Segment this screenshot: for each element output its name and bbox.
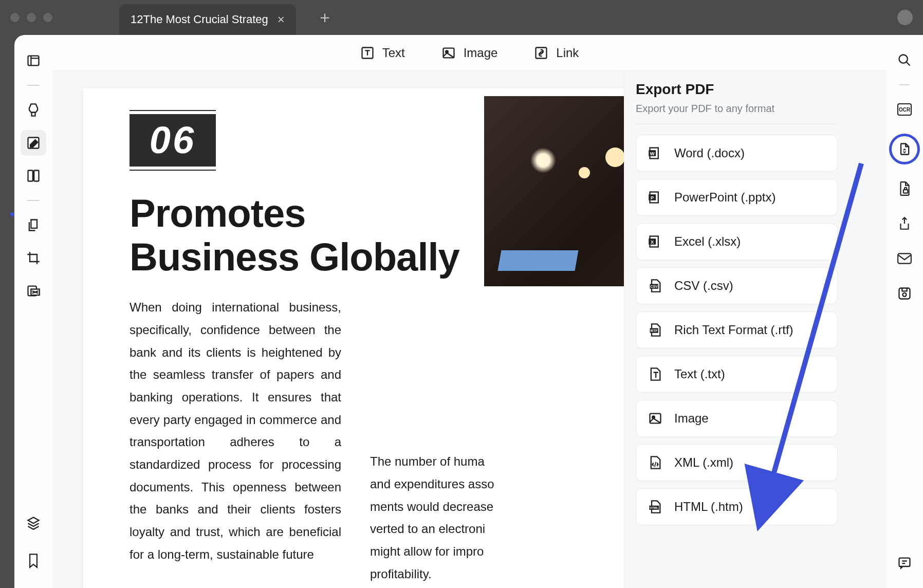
export-option-label: Text (.txt) [674, 367, 725, 381]
export-option-label: Word (.docx) [674, 146, 745, 160]
maximize-window-button[interactable] [43, 13, 52, 22]
image-icon [441, 45, 456, 61]
titlebar: 12The Most Crucial Strateg × ＋ [0, 0, 923, 35]
xls-icon: X [648, 234, 663, 249]
link-icon [533, 45, 549, 61]
app-window: Text Image Link 06 Promotes Business Glo… [14, 35, 923, 588]
active-indicator [10, 212, 14, 216]
layers-button[interactable] [21, 510, 46, 536]
toolbar-label: Link [556, 46, 579, 60]
search-button[interactable] [894, 49, 915, 71]
svg-text:HTML: HTML [650, 506, 659, 509]
edit-tool[interactable] [21, 130, 46, 156]
svg-rect-34 [899, 558, 910, 566]
close-tab-button[interactable]: × [278, 12, 285, 27]
thumbnails-tool[interactable] [21, 48, 46, 74]
redact-tool[interactable] [21, 278, 46, 304]
insert-image-button[interactable]: Image [441, 45, 498, 61]
highlight-tool[interactable] [21, 97, 46, 123]
word-icon: W [648, 145, 663, 161]
body-column-2: The number of huma and expenditures asso… [370, 296, 582, 588]
ppt-icon: P [648, 190, 663, 205]
comment-button[interactable] [894, 552, 915, 574]
bookmark-button[interactable] [21, 548, 46, 574]
main-area: Text Image Link 06 Promotes Business Glo… [52, 35, 886, 588]
svg-text:X: X [651, 240, 654, 245]
toolbar-label: Image [464, 46, 498, 60]
export-option-rtf[interactable]: RTFRich Text Format (.rtf) [636, 311, 838, 348]
export-option-csv[interactable]: CSVCSV (.csv) [636, 267, 838, 304]
export-option-ppt[interactable]: PPowerPoint (.pptx) [636, 179, 838, 216]
export-option-label: Image [674, 411, 709, 426]
heading-line: Business Globally [130, 235, 459, 279]
email-button[interactable] [894, 248, 915, 269]
form-tool[interactable] [21, 163, 46, 189]
txt-icon [648, 366, 663, 382]
svg-rect-31 [898, 253, 911, 263]
export-title: Export PDF [636, 81, 838, 98]
export-option-xls[interactable]: XExcel (.xlsx) [636, 223, 838, 260]
export-option-img[interactable]: Image [636, 400, 838, 437]
xml-icon [648, 455, 663, 470]
document-page: 06 Promotes Business Globally When doing… [83, 88, 628, 588]
export-option-label: CSV (.csv) [674, 279, 733, 293]
svg-rect-2 [28, 171, 33, 181]
ocr-button[interactable]: OCR [894, 99, 915, 120]
heading-line: Promotes [130, 191, 306, 235]
body-line: ments would decrease [370, 495, 582, 518]
close-window-button[interactable] [10, 13, 20, 22]
section-badge: 06 [130, 114, 216, 167]
left-sidebar [14, 35, 52, 588]
section-number: 06 [130, 121, 216, 159]
export-option-txt[interactable]: Text (.txt) [636, 356, 838, 393]
export-subtitle: Export your PDF to any format [636, 103, 838, 124]
sidebar-divider [27, 200, 40, 201]
export-option-xml[interactable]: XML (.xml) [636, 444, 838, 481]
share-button[interactable] [894, 213, 915, 234]
svg-rect-3 [34, 171, 39, 181]
convert-button[interactable] [889, 134, 920, 164]
body-line: profitability. [370, 563, 582, 585]
html-icon: HTML [648, 499, 663, 514]
svg-text:W: W [650, 151, 655, 156]
pages-tool[interactable] [21, 212, 46, 238]
right-sidebar: OCR [886, 35, 923, 588]
toolbar-label: Text [382, 46, 405, 60]
body-line: verted to an electroni [370, 518, 582, 540]
svg-text:RTF: RTF [651, 329, 658, 333]
export-format-list: WWord (.docx)PPowerPoint (.pptx)XExcel (… [636, 135, 838, 525]
svg-point-33 [903, 293, 907, 297]
body-line: might allow for impro [370, 540, 582, 563]
svg-point-27 [899, 55, 908, 63]
svg-rect-30 [903, 190, 908, 193]
export-option-label: Rich Text Format (.rtf) [674, 323, 793, 337]
svg-text:OCR: OCR [899, 107, 911, 113]
window-controls [10, 13, 52, 22]
document-body: When doing international business, speci… [130, 296, 582, 588]
crop-tool[interactable] [21, 245, 46, 271]
tab-title: 12The Most Crucial Strateg [131, 13, 268, 26]
export-option-word[interactable]: WWord (.docx) [636, 135, 838, 172]
text-icon [360, 45, 375, 61]
img-icon [648, 411, 663, 426]
insert-link-button[interactable]: Link [533, 45, 579, 61]
insert-text-button[interactable]: Text [360, 45, 405, 61]
export-option-label: Excel (.xlsx) [674, 234, 741, 249]
svg-rect-0 [28, 56, 39, 66]
protect-button[interactable] [894, 178, 915, 199]
svg-text:CSV: CSV [650, 285, 658, 288]
new-tab-button[interactable]: ＋ [317, 6, 333, 29]
minimize-window-button[interactable] [27, 13, 36, 22]
edit-toolbar: Text Image Link [52, 35, 886, 71]
user-avatar[interactable] [897, 10, 913, 25]
rtf-icon: RTF [648, 322, 663, 338]
body-line: The number of huma [370, 450, 582, 473]
export-option-label: HTML (.htm) [674, 500, 743, 514]
body-column-1: When doing international business, speci… [130, 296, 341, 588]
document-tab[interactable]: 12The Most Crucial Strateg × [119, 4, 296, 35]
export-panel: Export PDF Export your PDF to any format… [624, 71, 849, 588]
export-option-label: XML (.xml) [674, 455, 733, 470]
body-line: and expenditures asso [370, 473, 582, 495]
save-button[interactable] [894, 283, 915, 304]
export-option-html[interactable]: HTMLHTML (.htm) [636, 488, 838, 525]
